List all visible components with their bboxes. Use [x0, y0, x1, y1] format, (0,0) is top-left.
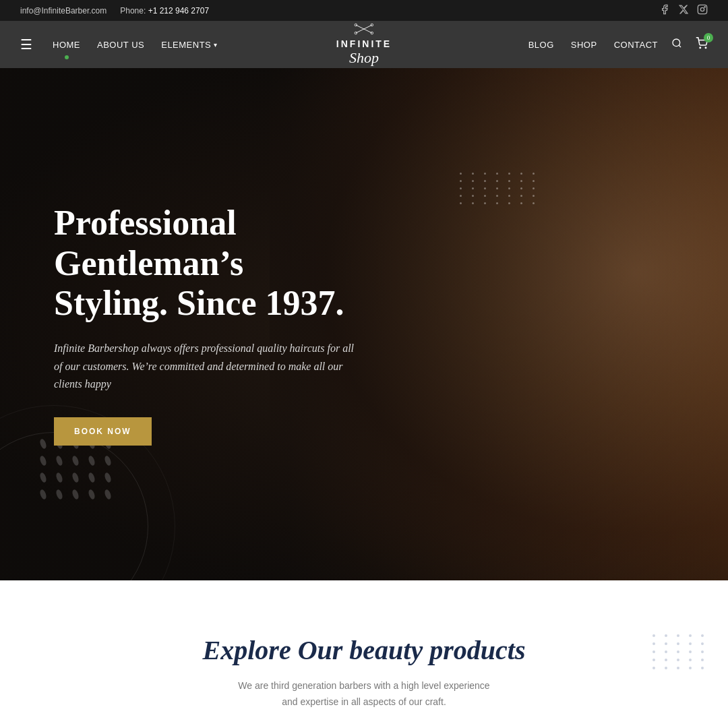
twitter-x-icon[interactable] — [678, 4, 689, 17]
book-now-button[interactable]: BOOK NOW — [54, 417, 152, 446]
nav-blog[interactable]: BLOG — [528, 40, 554, 50]
nav-links-right: BLOG SHOP CONTACT — [528, 40, 658, 50]
dots-decoration-top — [460, 173, 539, 204]
svg-line-10 — [679, 45, 681, 47]
products-section: Explore Our beauty products We are third… — [0, 580, 728, 728]
products-title: Explore Our beauty products — [40, 634, 688, 666]
instagram-icon[interactable] — [697, 4, 708, 17]
nav-about[interactable]: ABOUT US — [97, 40, 144, 50]
hero-subtitle: Infinite Barbershop always offers profes… — [54, 340, 364, 393]
hero-section: Professional Gentleman’s Styling. Since … — [0, 68, 728, 580]
svg-point-9 — [673, 39, 680, 47]
hero-title: Professional Gentleman’s Styling. Since … — [54, 203, 364, 324]
petal-grid — [40, 439, 115, 499]
facebook-icon[interactable] — [659, 4, 670, 17]
phone-info: Phone: +1 212 946 2707 — [120, 6, 209, 16]
hamburger-menu[interactable]: ☰ — [20, 36, 32, 53]
phone-number[interactable]: +1 212 946 2707 — [148, 6, 209, 16]
svg-point-2 — [704, 7, 705, 7]
nav-home[interactable]: HOME — [53, 40, 80, 50]
svg-rect-0 — [698, 5, 706, 13]
cart-icon[interactable]: 0 — [696, 37, 708, 52]
social-icons — [659, 4, 708, 17]
products-dots-decoration — [653, 634, 708, 669]
logo-brand-name: INFINITE — [336, 38, 392, 49]
site-logo[interactable]: INFINITE Shop — [336, 22, 392, 67]
svg-point-11 — [700, 47, 701, 49]
products-desc-line2: and expertise in all aspects of our craf… — [282, 696, 446, 707]
top-bar: info@InfiniteBarber.com Phone: +1 212 94… — [0, 0, 728, 21]
search-icon[interactable] — [671, 38, 682, 51]
cart-badge: 0 — [704, 33, 713, 42]
products-desc-line1: We are third generation barbers with a h… — [238, 680, 489, 691]
navbar: ☰ HOME ABOUT US ELEMENTS INFINITE Shop B… — [0, 21, 728, 68]
dots-grid — [460, 173, 539, 204]
nav-elements[interactable]: ELEMENTS — [161, 40, 218, 50]
dots-decoration-bottom — [40, 439, 115, 499]
products-desc: We are third generation barbers with a h… — [40, 678, 688, 710]
phone-label: Phone: — [120, 6, 146, 16]
svg-point-12 — [705, 47, 706, 49]
logo-brand-sub: Shop — [336, 49, 392, 67]
svg-point-1 — [700, 7, 704, 11]
nav-left: ☰ HOME ABOUT US ELEMENTS — [20, 36, 218, 53]
products-dots-grid — [653, 634, 708, 669]
nav-contact[interactable]: CONTACT — [614, 40, 658, 50]
contact-info: info@InfiniteBarber.com Phone: +1 212 94… — [20, 6, 209, 16]
hero-content: Professional Gentleman’s Styling. Since … — [0, 203, 418, 446]
nav-right: BLOG SHOP CONTACT 0 — [528, 37, 708, 52]
nav-shop[interactable]: SHOP — [571, 40, 597, 50]
email-link[interactable]: info@InfiniteBarber.com — [20, 6, 107, 16]
nav-links-left: HOME ABOUT US ELEMENTS — [53, 40, 218, 50]
